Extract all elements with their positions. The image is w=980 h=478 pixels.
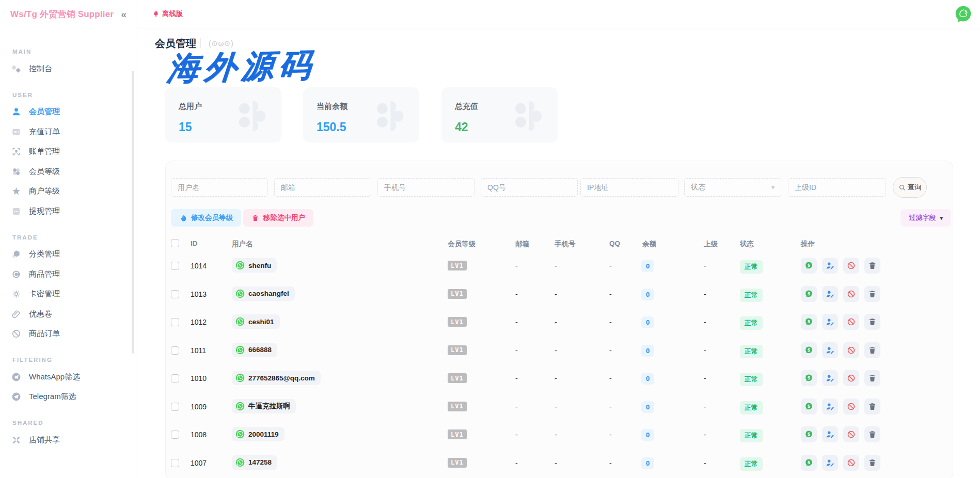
select-all-checkbox[interactable]: [171, 239, 179, 247]
sidebar-item-product[interactable]: 商品管理: [11, 264, 124, 284]
delete-user-button[interactable]: [864, 314, 880, 330]
delete-user-button[interactable]: [864, 342, 880, 358]
delete-user-button[interactable]: [864, 426, 880, 442]
user-edit-button[interactable]: [822, 399, 838, 415]
table-row: 1007 147258 LV1 - - - 0 - 正常 $: [166, 449, 953, 477]
user-edit-button[interactable]: [822, 314, 838, 330]
sidebar-item-product-order[interactable]: 商品订单: [11, 324, 124, 344]
offline-badge[interactable]: 离线版: [152, 9, 183, 19]
ban-user-button[interactable]: [843, 370, 859, 386]
stat-card-total-users: 总用户 15: [165, 87, 281, 142]
balance-value[interactable]: 0: [641, 260, 654, 272]
filter-input[interactable]: [788, 178, 886, 197]
user-edit-button[interactable]: [822, 342, 838, 358]
delete-user-button[interactable]: [864, 370, 880, 386]
row-checkbox[interactable]: [171, 431, 179, 439]
ban-user-button[interactable]: [843, 258, 859, 274]
sidebar-item-coupon[interactable]: 优惠卷: [11, 304, 124, 324]
balance-value[interactable]: 0: [641, 289, 654, 300]
ban-user-button[interactable]: [843, 426, 859, 442]
sidebar-item-shop-share[interactable]: 店铺共享: [11, 430, 124, 450]
sidebar-item-merchant-level[interactable]: 商户等级: [11, 182, 124, 202]
qq-value: -: [609, 403, 612, 411]
balance-value[interactable]: 0: [641, 429, 654, 441]
sidebar-item-label: 控制台: [29, 64, 52, 74]
filter-input[interactable]: [481, 178, 578, 197]
sidebar-item-user[interactable]: 会员管理: [11, 102, 124, 122]
edit-level-button[interactable]: 修改会员等级: [171, 209, 241, 227]
filter-input[interactable]: [580, 178, 678, 197]
sidebar-scrollbar[interactable]: [132, 71, 134, 354]
filter-fields-button[interactable]: 过滤字段 ▾: [900, 209, 951, 227]
product-icon: [11, 269, 21, 279]
row-checkbox[interactable]: [171, 403, 179, 411]
username-pill[interactable]: ceshi01: [232, 314, 280, 329]
user-edit-button[interactable]: [822, 455, 838, 471]
row-checkbox[interactable]: [171, 290, 179, 298]
filter-input[interactable]: [377, 178, 475, 197]
money-message-button[interactable]: $: [801, 370, 817, 386]
money-message-button[interactable]: $: [801, 314, 817, 330]
delete-user-button[interactable]: [864, 399, 880, 415]
money-message-button[interactable]: $: [801, 426, 817, 442]
title-strip: 会员管理 (⊙ω⊙): [136, 28, 980, 57]
merchant-level-icon: [11, 186, 21, 196]
filter-input[interactable]: [274, 178, 371, 197]
username-pill[interactable]: 147258: [232, 455, 277, 470]
row-checkbox[interactable]: [171, 346, 179, 355]
sidebar-item-bill[interactable]: 账单管理: [11, 142, 124, 162]
search-button[interactable]: 查询: [893, 177, 927, 198]
delete-user-button[interactable]: [864, 286, 880, 302]
delete-user-button[interactable]: [864, 455, 880, 471]
sidebar-section-label: USER: [12, 92, 124, 98]
sidebar-collapse-icon[interactable]: «: [121, 9, 127, 20]
sidebar-item-category[interactable]: 分类管理: [11, 245, 124, 265]
parent-value: -: [704, 318, 706, 326]
status-badge: 正常: [740, 289, 763, 302]
balance-value[interactable]: 0: [641, 401, 654, 413]
delete-user-button[interactable]: [864, 258, 880, 274]
level-badge: LV1: [448, 345, 467, 355]
sidebar-item-telegram-filter[interactable]: Telegram筛选: [11, 387, 124, 407]
username-pill[interactable]: 牛逼克拉斯啊: [232, 399, 296, 413]
row-checkbox[interactable]: [171, 262, 179, 270]
ban-user-button[interactable]: [843, 314, 859, 330]
username-pill[interactable]: shenfu: [232, 258, 277, 273]
money-message-button[interactable]: $: [801, 455, 817, 471]
username-pill[interactable]: 277652865@qq.com: [232, 371, 321, 385]
balance-value[interactable]: 0: [641, 373, 654, 385]
username-pill[interactable]: caoshangfei: [232, 286, 295, 301]
user-edit-button[interactable]: [822, 258, 838, 274]
balance-value[interactable]: 0: [641, 316, 654, 328]
row-checkbox[interactable]: [171, 318, 179, 326]
balance-value[interactable]: 0: [641, 457, 654, 469]
username-pill[interactable]: 20001119: [232, 427, 284, 441]
sidebar-item-cardkey[interactable]: 卡密管理: [11, 284, 124, 305]
shop-share-icon: [11, 435, 21, 445]
ban-user-button[interactable]: [843, 455, 859, 471]
ban-user-button[interactable]: [843, 286, 859, 302]
remove-selected-button[interactable]: 移除选中用户: [243, 209, 313, 227]
sidebar-item-withdraw[interactable]: 提现管理: [11, 201, 124, 221]
balance-value[interactable]: 0: [641, 345, 654, 357]
sidebar-item-dashboard[interactable]: 控制台: [11, 59, 124, 79]
filter-input[interactable]: [171, 178, 268, 197]
row-checkbox[interactable]: [171, 374, 179, 383]
sidebar-item-whatsapp-filter[interactable]: WhatsApp筛选: [11, 367, 124, 387]
money-message-button[interactable]: $: [801, 286, 817, 302]
ban-user-button[interactable]: [843, 342, 859, 358]
username-pill[interactable]: 666888: [232, 343, 277, 357]
money-message-button[interactable]: $: [801, 342, 817, 358]
user-edit-button[interactable]: [822, 426, 838, 442]
filter-select-status[interactable]: 状态▾: [684, 178, 781, 197]
sidebar-item-member-level[interactable]: 会员等级: [11, 162, 124, 182]
money-message-button[interactable]: $: [801, 399, 817, 415]
ban-user-button[interactable]: [843, 399, 859, 415]
row-checkbox[interactable]: [171, 459, 179, 467]
avatar[interactable]: [954, 5, 973, 24]
money-message-button[interactable]: $: [801, 258, 817, 274]
user-edit-button[interactable]: [822, 286, 838, 302]
sidebar-item-recharge-order[interactable]: 充值订单: [11, 122, 124, 142]
select-value: 状态: [691, 183, 705, 192]
user-edit-button[interactable]: [822, 370, 838, 386]
